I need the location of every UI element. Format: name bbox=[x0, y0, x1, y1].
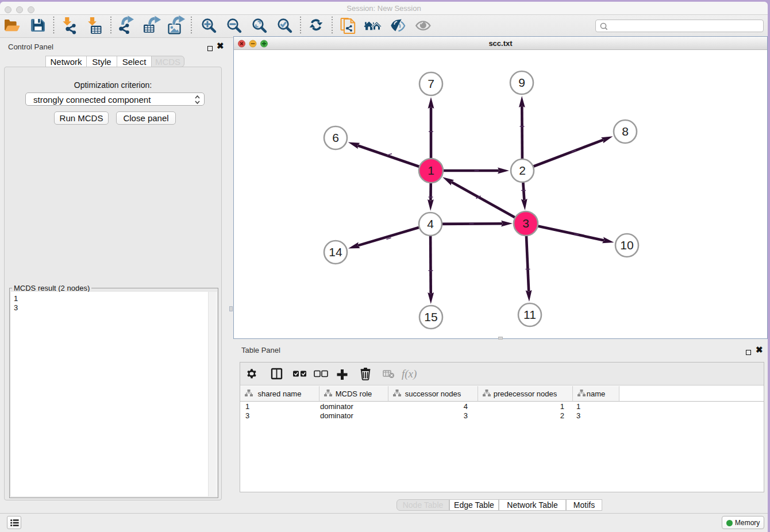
svg-text:6: 6 bbox=[332, 131, 339, 144]
svg-text:f(x): f(x) bbox=[402, 368, 417, 380]
svg-text:2: 2 bbox=[519, 164, 526, 177]
svg-text:7: 7 bbox=[428, 77, 434, 90]
svg-text:14: 14 bbox=[329, 245, 342, 259]
svg-text:11: 11 bbox=[523, 308, 536, 321]
svg-text:9: 9 bbox=[518, 76, 525, 89]
svg-text:4: 4 bbox=[427, 217, 434, 230]
svg-text:1: 1 bbox=[428, 164, 434, 177]
svg-text:3: 3 bbox=[522, 217, 529, 230]
svg-text:8: 8 bbox=[622, 125, 629, 138]
svg-text:15: 15 bbox=[424, 310, 437, 323]
svg-text:10: 10 bbox=[620, 238, 633, 252]
